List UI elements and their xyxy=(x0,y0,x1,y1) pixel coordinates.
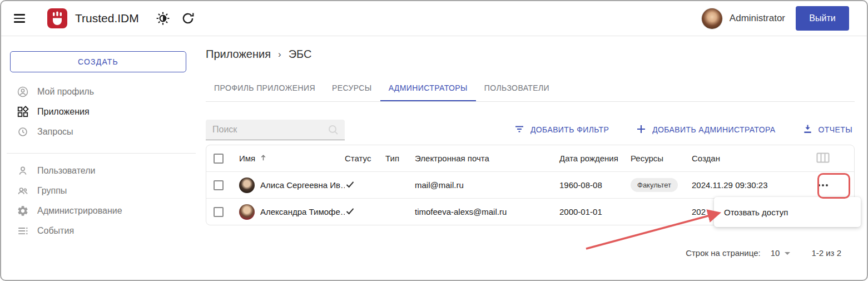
app-title: Trusted.IDM xyxy=(75,12,139,25)
apps-icon xyxy=(17,106,29,118)
topbar: Trusted.IDM Administrator Выйти xyxy=(1,1,867,36)
pagination-range: 1-2 из 2 xyxy=(811,248,841,258)
cell-birth-date: 1960-08-08 xyxy=(552,180,629,190)
logout-button[interactable]: Выйти xyxy=(796,6,849,31)
column-header-birth-date: Дата рождения xyxy=(552,154,629,163)
main-content: Приложения › ЭБС ПРОФИЛЬ ПРИЛОЖЕНИЯ РЕСУ… xyxy=(197,36,867,280)
rows-per-page-value: 10 xyxy=(771,248,780,258)
column-header-resources: Ресурсы xyxy=(629,154,692,163)
pagination: Строк на странице: 10 1-2 из 2 xyxy=(686,248,841,258)
add-filter-button[interactable]: ДОБАВИТЬ ФИЛЬТР xyxy=(514,124,609,136)
user-avatar[interactable] xyxy=(702,8,722,29)
app-window: Trusted.IDM Administrator Выйти СОЗДАТЬ xyxy=(0,0,868,281)
sidebar-item-applications[interactable]: Приложения xyxy=(1,102,197,122)
breadcrumb-current: ЭБС xyxy=(289,48,312,61)
gear-icon xyxy=(17,205,29,217)
plus-icon xyxy=(636,124,647,136)
menu-item-revoke-access[interactable]: Отозвать доступ xyxy=(714,208,861,217)
column-header-email: Электронная почта xyxy=(415,154,552,163)
app-logo-icon xyxy=(47,8,67,28)
breadcrumb-applications[interactable]: Приложения xyxy=(206,48,271,61)
theme-toggle-icon[interactable] xyxy=(156,11,170,26)
breadcrumb-separator-icon: › xyxy=(278,49,281,60)
history-icon xyxy=(17,126,29,138)
add-administrator-button[interactable]: ДОБАВИТЬ АДМИНИСТРАТОРА xyxy=(636,124,775,136)
rows-per-page-label: Строк на странице: xyxy=(686,248,761,258)
groups-icon xyxy=(17,185,29,197)
column-header-type: Тип xyxy=(385,154,415,163)
column-header-created: Создан xyxy=(692,154,792,163)
sidebar-nav: Мой профиль Приложения xyxy=(1,82,197,241)
sidebar-item-requests[interactable]: Запросы xyxy=(1,122,197,142)
search-icon xyxy=(327,124,339,138)
sidebar-item-label: События xyxy=(37,226,74,236)
sidebar-item-my-profile[interactable]: Мой профиль xyxy=(1,82,197,102)
header-name-label: Имя xyxy=(239,154,255,163)
profile-icon xyxy=(17,86,29,98)
refresh-icon[interactable] xyxy=(181,11,195,26)
sidebar-item-label: Группы xyxy=(37,186,67,196)
cell-name: Александра Тимофе… xyxy=(260,207,345,216)
download-icon xyxy=(802,124,813,136)
cell-name: Алиса Сергеевна Ив… xyxy=(260,180,345,190)
filter-icon xyxy=(514,124,525,136)
resource-chip: Факультет xyxy=(631,178,678,192)
sidebar-item-administration[interactable]: Администрирование xyxy=(1,201,197,221)
cell-birth-date: 2000-01-01 xyxy=(552,207,629,216)
avatar xyxy=(239,204,255,220)
rows-per-page-select[interactable]: 10 xyxy=(771,248,791,258)
tab-resources[interactable]: РЕСУРСЫ xyxy=(324,75,380,101)
chevron-down-icon xyxy=(785,252,790,255)
toolbar: ДОБАВИТЬ ФИЛЬТР ДОБАВИТЬ АДМИНИСТРАТОРА xyxy=(206,119,855,140)
select-all-checkbox[interactable] xyxy=(214,154,224,164)
table-header-row: Имя Статус Тип Электронная почта Дата ро… xyxy=(206,145,854,172)
sort-ascending-icon xyxy=(259,154,267,164)
topbar-user-area: Administrator Выйти xyxy=(702,6,849,31)
row-context-menu: Отозвать доступ xyxy=(714,197,861,227)
sidebar-item-users[interactable]: Пользователи xyxy=(1,161,197,181)
avatar xyxy=(239,178,255,193)
column-settings-button[interactable] xyxy=(816,152,830,165)
sidebar-item-events[interactable]: События xyxy=(1,221,197,241)
sidebar-item-groups[interactable]: Группы xyxy=(1,181,197,201)
sidebar: СОЗДАТЬ Мой профиль xyxy=(1,36,197,241)
add-administrator-label: ДОБАВИТЬ АДМИНИСТРАТОРА xyxy=(652,125,775,134)
toolbar-actions: ДОБАВИТЬ ФИЛЬТР ДОБАВИТЬ АДМИНИСТРАТОРА xyxy=(514,124,852,136)
cell-created: 2024.11.29 09:30:23 xyxy=(692,180,792,190)
table-row[interactable]: Алиса Сергеевна Ив… mail@mail.ru 1960-08… xyxy=(206,172,854,199)
tab-administrators[interactable]: АДМИНИСТРАТОРЫ xyxy=(380,75,476,101)
tab-bar: ПРОФИЛЬ ПРИЛОЖЕНИЯ РЕСУРСЫ АДМИНИСТРАТОР… xyxy=(206,75,855,102)
user-icon xyxy=(17,165,29,177)
cell-email: timofeeva-alexs@mail.ru xyxy=(415,207,552,216)
row-checkbox[interactable] xyxy=(214,207,224,217)
sidebar-item-label: Приложения xyxy=(37,107,90,117)
reports-label: ОТЧЕТЫ xyxy=(819,125,852,134)
annotation-highlight-box xyxy=(817,173,850,199)
reports-button[interactable]: ОТЧЕТЫ xyxy=(802,124,852,136)
add-filter-label: ДОБАВИТЬ ФИЛЬТР xyxy=(530,125,609,134)
sidebar-item-label: Пользователи xyxy=(37,166,95,176)
sidebar-item-label: Запросы xyxy=(37,127,73,137)
status-check-icon xyxy=(345,182,355,191)
tab-app-profile[interactable]: ПРОФИЛЬ ПРИЛОЖЕНИЯ xyxy=(206,75,324,101)
sidebar-divider xyxy=(7,153,196,154)
sidebar-item-label: Мой профиль xyxy=(37,87,94,97)
sidebar-item-label: Администрирование xyxy=(37,206,122,216)
search-input[interactable] xyxy=(206,120,345,140)
column-header-status: Статус xyxy=(345,154,385,163)
breadcrumb: Приложения › ЭБС xyxy=(206,48,311,61)
column-header-name[interactable]: Имя xyxy=(239,154,267,164)
cell-email: mail@mail.ru xyxy=(415,180,552,190)
events-list-icon xyxy=(17,225,29,237)
menu-toggle-icon[interactable] xyxy=(14,14,25,22)
row-checkbox[interactable] xyxy=(214,180,224,190)
status-check-icon xyxy=(345,209,355,218)
columns-icon xyxy=(816,152,830,165)
search-field xyxy=(206,120,345,140)
user-name: Administrator xyxy=(730,13,785,24)
tab-users[interactable]: ПОЛЬЗОВАТЕЛИ xyxy=(476,75,558,101)
create-button[interactable]: СОЗДАТЬ xyxy=(10,51,186,72)
